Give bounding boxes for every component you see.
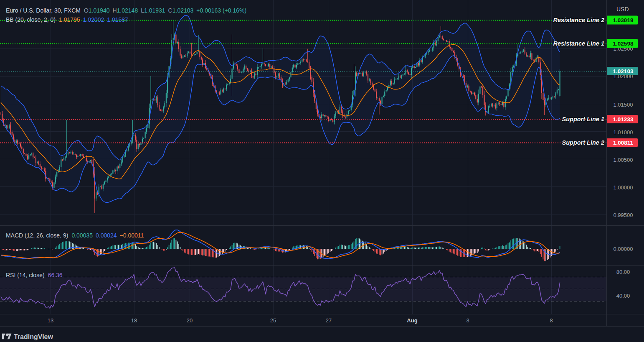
svg-text:BB (20, close, 2, 0)1.017951.0: BB (20, close, 2, 0)1.017951.020021.0158… <box>6 16 128 23</box>
svg-text:1.00500: 1.00500 <box>614 157 633 163</box>
svg-text:1.02103: 1.02103 <box>613 68 634 74</box>
svg-text:0.00000: 0.00000 <box>614 246 633 252</box>
svg-text:1.01500: 1.01500 <box>614 102 633 108</box>
svg-text:25: 25 <box>270 317 276 324</box>
svg-text:Aug: Aug <box>407 317 417 324</box>
svg-text:Support Line 1: Support Line 1 <box>562 116 605 123</box>
svg-text:Euro / U.S. Dollar, 30, FXCMO1: Euro / U.S. Dollar, 30, FXCMO1.01940H1.0… <box>6 7 246 14</box>
svg-text:MACD (12, 26, close, 9)0.00035: MACD (12, 26, close, 9)0.000350.00024−0.… <box>6 232 144 239</box>
svg-text:USD: USD <box>616 6 629 13</box>
svg-text:18: 18 <box>131 317 137 324</box>
svg-text:1.01233: 1.01233 <box>613 116 634 123</box>
svg-text:8: 8 <box>550 317 553 324</box>
svg-text:27: 27 <box>326 317 332 324</box>
svg-text:Resistance Line 1: Resistance Line 1 <box>553 40 605 47</box>
svg-text:13: 13 <box>48 317 53 324</box>
svg-text:0.99500: 0.99500 <box>614 212 633 218</box>
svg-text:80.00: 80.00 <box>616 269 630 275</box>
svg-text:Resistance Line 2: Resistance Line 2 <box>553 17 605 23</box>
svg-text:TradingView: TradingView <box>14 333 53 340</box>
svg-text:RSI (14, close)66.36: RSI (14, close)66.36 <box>6 272 63 278</box>
svg-text:Support Line 2: Support Line 2 <box>562 139 605 146</box>
svg-text:3: 3 <box>466 317 469 324</box>
svg-text:20: 20 <box>187 317 193 324</box>
svg-text:1.01000: 1.01000 <box>614 129 633 135</box>
svg-text:1.02598: 1.02598 <box>613 41 634 47</box>
svg-text:1.00000: 1.00000 <box>614 184 633 191</box>
svg-text:1.03019: 1.03019 <box>613 17 634 23</box>
svg-text:1.00811: 1.00811 <box>613 140 634 146</box>
svg-text:40.00: 40.00 <box>616 293 630 299</box>
